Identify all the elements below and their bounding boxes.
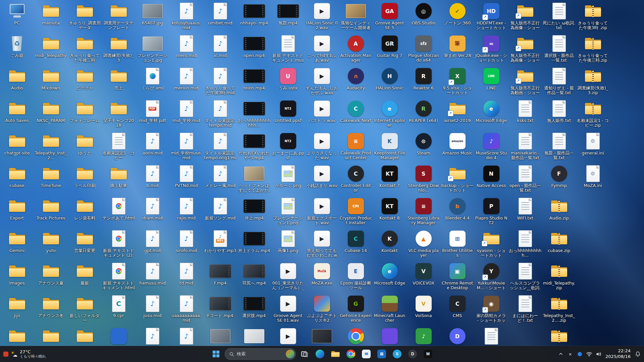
desktop-icon[interactable]: Y↗YukkuriMovieM… - ショートカット [474,261,508,294]
taskbar-skype[interactable]: S [390,347,404,361]
tray-blue-status-icon[interactable] [575,349,584,359]
desktop-icon[interactable]: ♪MP3わかりやす.mp3 [203,229,237,261]
desktop-icon[interactable]: ↗無人販売不正行為画像 - ショートカット [508,34,542,66]
desktop-icon[interactable]: ▶小銭詰まり.wav [305,164,339,196]
desktop-icon[interactable]: 死にたい_ω歌詞.txt [542,1,576,34]
desktop-icon[interactable]: open.mp4 [237,34,271,66]
desktop-icon[interactable] [34,326,68,346]
desktop-icon[interactable]: ♪jusu.mid [136,294,169,326]
desktop-icon[interactable]: maniuta [34,1,68,34]
desktop-icon[interactable]: VVOICEVOX [407,261,440,294]
desktop-icon[interactable]: Telepathy_Inst_2… [34,131,68,164]
desktop-icon[interactable]: 営業日変更 [68,229,102,261]
desktop-icon[interactable]: WIFI.txt [508,196,542,229]
desktop-icon[interactable]: ♻ごみ箱 [0,34,34,66]
desktop-icon[interactable]: 無題.mp4 [271,1,305,34]
desktop-icon[interactable]: ▶001_東北きりたん（ノーマル）_今じゃ… [271,261,305,294]
desktop-icon[interactable]: ▶HALion Sonic 02.wav [305,1,339,34]
desktop-icon[interactable]: おっhhhhhhhhhhhh… [237,99,271,131]
desktop-icon[interactable]: ▶答え知っててもむずいわこれ.wav [305,229,339,261]
desktop-icon[interactable]: D [440,326,474,346]
desktop-icon[interactable]: NT2おーまーにあ.ppsf [271,131,305,164]
desktop-icon[interactable]: open - 親作品一覧.txt [508,164,542,196]
desktop-icon[interactable]: くらび.xml [136,66,169,99]
desktop-icon[interactable]: ラベル印刷 [68,164,102,196]
search-highlight-image[interactable] [286,350,294,358]
tray-volume-icon[interactable] [594,349,603,359]
desktop-icon[interactable]: GAGroove Agent SE 5 [373,1,407,34]
desktop-icon[interactable]: PPiapro Studio NT2 [474,196,508,229]
desktop-icon[interactable]: AActivation Manager [339,34,373,66]
desktop-icon[interactable]: かるーく.png [271,164,305,196]
desktop-icon[interactable]: ▶こっでhdすbふあ.wav [305,34,339,66]
desktop-icon[interactable]: midi_Telepathy.zip [542,261,576,294]
desktop-icon[interactable]: jijii [0,294,34,326]
desktop-icon[interactable]: ♪タイトル未設定.tempo.orig1.mid [203,131,237,164]
desktop-icon[interactable]: ksks.txt [508,99,542,131]
desktop-icon[interactable]: ♪xl.mid [203,34,237,66]
desktop-icon[interactable]: きゅうり食ってた午後三時.zip [576,34,610,66]
desktop-icon[interactable]: SSteinberg Downlo… [407,164,440,196]
weather-widget[interactable]: ☀ ☁ 27°C くもり時々晴れ [3,346,46,362]
desktop-icon[interactable]: ♪aorin.mid [136,131,169,164]
desktop-icon[interactable]: ヘルスコンブラッシュン__歌詞.txt [508,261,542,294]
desktop-icon[interactable] [203,326,237,346]
desktop-icon[interactable]: teion.mp4 [237,66,271,99]
desktop-icon[interactable]: MoZAMoZA.exe [305,261,339,294]
desktop-icon[interactable]: ◎OBS Studio [407,1,440,34]
desktop-icon[interactable]: F.mp4 [203,261,237,294]
desktop-icon[interactable]: Audio.zip [542,196,576,229]
desktop-icon[interactable]: ⊙Steam [407,131,440,164]
taskbar-clock[interactable]: 22:24 2025/08/16 [605,348,631,360]
desktop-icon[interactable]: ↗backup - ショートカット [440,164,474,196]
desktop-icon[interactable]: NKSC_PARAM [34,99,68,131]
desktop-icon[interactable]: KTKontakt 8 [373,196,407,229]
desktop-icon[interactable]: ≈↗JQuake.exe - ショートカット [474,34,508,66]
notification-bell-button[interactable] [633,349,642,359]
desktop-icon[interactable]: ▶バストラ.wav [305,99,339,131]
desktop-icon[interactable]: テンポあて.html [102,196,136,229]
desktop-icon[interactable]: Mixdown [34,66,68,99]
desktop-icon[interactable]: ♪mid_学校.mid [169,99,203,131]
desktop-icon[interactable]: ♪ [169,326,203,346]
desktop-icon[interactable]: ♪gpt.mid [136,229,169,261]
desktop-icon[interactable]: Fコード.mp4 [203,294,237,326]
desktop-icon[interactable]: ♪b.mid [136,164,169,196]
desktop-icon[interactable]: LINELINE [474,66,508,99]
desktop-icon[interactable]: Images [0,261,34,294]
desktop-icon[interactable]: NT2Untitled.ppsf [271,99,305,131]
start-button[interactable] [209,347,223,361]
desktop-icon[interactable]: amazonAmazon Music [440,131,474,164]
desktop-icon[interactable]: 路上駐車 [102,164,136,196]
desktop-icon[interactable]: おっhhhhhhhhhh… [508,229,542,261]
desktop-icon[interactable]: ↗airset2-2019 [440,99,474,131]
desktop-icon[interactable] [237,326,271,346]
desktop-icon[interactable]: ♪rajio.mid [169,196,203,229]
desktop-icon[interactable]: ✓ノートン 360 [440,1,474,34]
desktop-icon[interactable] [474,326,508,346]
desktop-icon[interactable] [0,326,34,346]
desktop-icon[interactable]: 調査用データテンプレート [102,1,136,34]
desktop-icon[interactable]: ▲VLC media player [407,229,440,261]
desktop-icon[interactable]: ♪きゅうり食ってた午後3時.mid [203,66,237,99]
desktop-icon[interactable]: 無人販売.txt [542,99,576,131]
desktop-icon[interactable]: ▶よりうさくなった.wav [305,131,339,164]
desktop-icon[interactable]: yuto [34,229,68,261]
desktop-icon[interactable] [68,326,102,346]
desktop-icon[interactable]: 井上.mp4 [237,196,271,229]
desktop-icon[interactable]: 最新 [68,261,102,294]
desktop-icon[interactable]: GRGuitar Rig 7 [373,34,407,66]
desktop-icon[interactable]: ぷよぷよ™テトリス®2 [305,294,339,326]
desktop-icon[interactable]: ♪新規ソング.mid [203,196,237,229]
desktop-icon[interactable]: Uうみ.ustx [271,66,305,99]
desktop-icon[interactable]: きゅうり_調査用データ [68,1,102,34]
desktop-icon[interactable]: bBlender 4.4 [440,196,474,229]
desktop-icon[interactable]: きゅうり食ってた午後3時 .zip [576,1,610,34]
desktop-icon[interactable]: CCMS [440,294,474,326]
desktop-icon[interactable]: ↗syasinn - ショートカット [474,229,508,261]
desktop-icon[interactable]: Minecraft Launcher [373,294,407,326]
desktop-icon[interactable]: X↗9.5.xlsx - ショートカット [440,66,474,99]
desktop-icon[interactable]: CCakewalk Next [339,99,373,131]
desktop-icon[interactable]: ♪タイトル未設定.tempo.mid [203,99,237,131]
desktop-icon[interactable]: 名称未設定1 - コピー.zip [576,99,610,131]
